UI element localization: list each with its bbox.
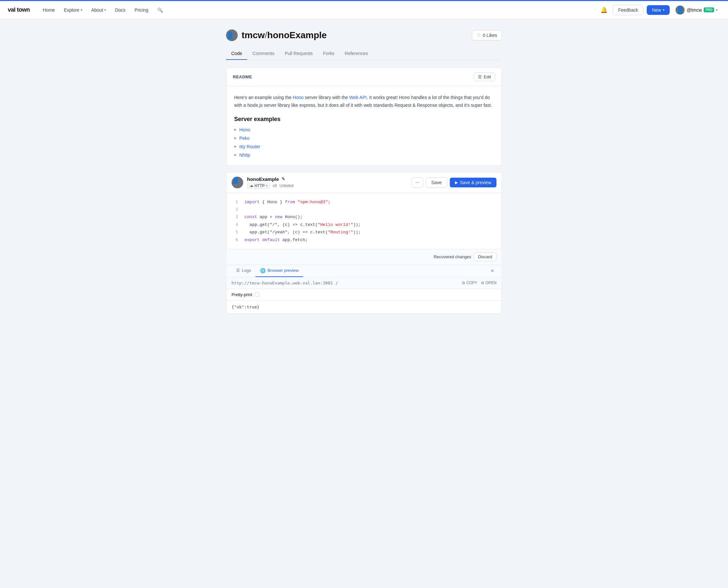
tab-forks[interactable]: Forks xyxy=(318,47,340,60)
web-api-link[interactable]: Web API xyxy=(349,95,367,100)
list-item: Hono xyxy=(234,127,494,132)
new-button[interactable]: New ▾ xyxy=(647,5,670,15)
tab-comments[interactable]: Comments xyxy=(247,47,280,60)
edit-lines-icon: ☰ xyxy=(478,75,482,79)
code-line: 1 import { Hono } from "npm:hono@3"; xyxy=(226,198,502,206)
code-meta: honoExample ✎ ☁ HTTP ▾ v0 Unlisted xyxy=(247,176,408,189)
itty-router-link[interactable]: Itty Router xyxy=(239,144,260,149)
page-tabs: Code Comments Pull Requests Forks Refere… xyxy=(226,47,502,60)
list-item: Nhttp xyxy=(234,152,494,158)
discard-button[interactable]: Discard xyxy=(474,252,497,261)
readme-header: README ☰ Edit xyxy=(226,68,502,86)
cloud-icon: ☁ xyxy=(250,184,253,188)
server-examples-list: Hono Peko Itty Router Nhttp xyxy=(234,127,494,158)
code-title: honoExample ✎ xyxy=(247,176,408,182)
peko-link[interactable]: Peko xyxy=(239,135,250,141)
title-avatar: 👤 xyxy=(226,29,238,41)
nav-docs[interactable]: Docs xyxy=(111,5,129,15)
nav-right: 🔔 Feedback New ▾ 👤 @tmcw PRO ▾ xyxy=(599,4,720,16)
readme-body: Here's an example using the Hono server … xyxy=(226,86,502,165)
pro-badge: PRO xyxy=(704,7,714,12)
readme-title: README xyxy=(233,75,252,79)
pretty-print-row: Pretty-print xyxy=(226,289,502,301)
pretty-print-checkbox[interactable] xyxy=(255,292,259,297)
external-link-icon: ⧉ xyxy=(481,280,484,285)
readme-card: README ☰ Edit Here's an example using th… xyxy=(226,68,502,166)
copy-icon: ⧉ xyxy=(462,280,465,285)
nav-home[interactable]: Home xyxy=(39,5,59,15)
code-area[interactable]: 1 import { Hono } from "npm:hono@3"; 2 3… xyxy=(226,193,502,249)
code-line: 3 const app = new Hono(); xyxy=(226,213,502,221)
recovered-banner: Recovered changes Discard xyxy=(226,249,502,265)
tab-code[interactable]: Code xyxy=(226,47,247,60)
bullet-icon xyxy=(234,146,236,148)
nhttp-link[interactable]: Nhttp xyxy=(239,152,250,158)
browser-preview: http://tmcw-honoExample.web.val.lan:3001… xyxy=(226,277,502,313)
page-title: 👤 tmcw/honoExample xyxy=(226,29,327,41)
title-text: tmcw/honoExample xyxy=(242,30,327,40)
code-card: 👤 honoExample ✎ ☁ HTTP ▾ v0 Unli xyxy=(226,172,502,314)
search-icon: 🔍 xyxy=(157,7,163,13)
save-preview-button[interactable]: ▶ Save & preview xyxy=(450,178,497,187)
code-line: 5 app.get("/yeah", (c) => c.text("Routin… xyxy=(226,229,502,236)
recovered-text: Recovered changes xyxy=(433,254,471,259)
edit-button[interactable]: ☰ Edit xyxy=(474,72,495,81)
tab-references[interactable]: References xyxy=(340,47,373,60)
bell-icon[interactable]: 🔔 xyxy=(599,4,609,16)
nav-search[interactable]: 🔍 xyxy=(154,5,167,15)
copy-button[interactable]: ⧉ COPY xyxy=(462,280,477,285)
bullet-icon xyxy=(234,137,236,139)
list-item: Peko xyxy=(234,135,494,141)
globe-icon: 🌐 xyxy=(260,268,266,273)
navbar: val town Home Explore ▾ About ▾ Docs Pri… xyxy=(0,1,728,19)
code-card-header: 👤 honoExample ✎ ☁ HTTP ▾ v0 Unli xyxy=(226,172,502,193)
hono-example-link[interactable]: Hono xyxy=(239,127,250,132)
likes-button[interactable]: ♡ 0 Likes xyxy=(472,30,502,40)
url-text: http://tmcw-honoExample.web.val.lan:3001… xyxy=(231,280,338,286)
nav-links: Home Explore ▾ About ▾ Docs Pricing 🔍 xyxy=(39,5,599,15)
logs-tab[interactable]: ☰ Logs xyxy=(231,265,256,277)
code-line: 2 xyxy=(226,206,502,213)
readme-description: Here's an example using the Hono server … xyxy=(234,94,494,109)
url-bar: http://tmcw-honoExample.web.val.lan:3001… xyxy=(226,277,502,289)
nav-about[interactable]: About ▾ xyxy=(87,5,110,15)
username: @tmcw xyxy=(687,7,702,13)
main-content: 👤 tmcw/honoExample ♡ 0 Likes Code Commen… xyxy=(218,19,510,330)
page-header: 👤 tmcw/honoExample ♡ 0 Likes xyxy=(226,29,502,41)
avatar: 👤 xyxy=(675,5,685,15)
chevron-down-icon: ▾ xyxy=(266,184,267,187)
nav-pricing[interactable]: Pricing xyxy=(130,5,152,15)
hono-link[interactable]: Hono xyxy=(293,95,303,100)
code-line: 6 export default app.fetch; xyxy=(226,236,502,244)
browser-preview-tab[interactable]: 🌐 Browser preview xyxy=(256,265,303,277)
about-chevron-icon: ▾ xyxy=(104,8,106,12)
code-line: 4 app.get("/", (c) => c.text("Hello worl… xyxy=(226,221,502,229)
user-menu[interactable]: 👤 @tmcw PRO ▾ xyxy=(673,4,720,16)
feedback-button[interactable]: Feedback xyxy=(613,5,644,15)
open-button[interactable]: ⧉ OPEN xyxy=(481,280,497,285)
play-icon: ▶ xyxy=(455,180,458,185)
list-item: Itty Router xyxy=(234,144,494,149)
new-chevron-icon: ▾ xyxy=(663,8,665,12)
code-subtitle: ☁ HTTP ▾ v0 Unlisted xyxy=(247,183,408,189)
url-actions: ⧉ COPY ⧉ OPEN xyxy=(462,280,497,285)
list-icon: ☰ xyxy=(236,268,240,273)
nav-explore[interactable]: Explore ▾ xyxy=(60,5,86,15)
user-chevron-icon: ▾ xyxy=(716,8,717,12)
explore-chevron-icon: ▾ xyxy=(81,8,82,12)
logo[interactable]: val town xyxy=(8,6,30,13)
save-button[interactable]: Save xyxy=(426,177,447,188)
heart-icon: ♡ xyxy=(477,33,481,38)
bullet-icon xyxy=(234,154,236,156)
http-badge: ☁ HTTP ▾ xyxy=(247,183,270,189)
bottom-panel-tabs: ☰ Logs 🌐 Browser preview × xyxy=(226,265,502,277)
more-options-button[interactable]: ··· xyxy=(411,177,423,188)
server-examples-heading: Server examples xyxy=(234,116,494,123)
close-panel-button[interactable]: × xyxy=(488,265,497,276)
code-avatar: 👤 xyxy=(231,177,243,188)
pencil-icon[interactable]: ✎ xyxy=(281,176,285,182)
code-actions: ··· Save ▶ Save & preview xyxy=(411,177,497,188)
preview-content: {"ok":true} xyxy=(226,301,502,313)
tab-pull-requests[interactable]: Pull Requests xyxy=(280,47,318,60)
bullet-icon xyxy=(234,129,236,131)
